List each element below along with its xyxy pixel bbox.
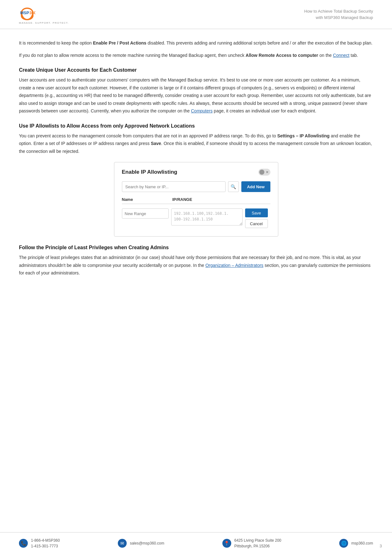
toggle-circle xyxy=(259,170,264,175)
org-admin-link[interactable]: Organization – Administrators xyxy=(205,263,263,268)
logo: MSP 360 xyxy=(19,7,35,21)
section1-heading: Create Unique User Accounts for Each Cus… xyxy=(19,67,373,73)
header-title-line1: How to Achieve Total Backup Security xyxy=(304,8,373,15)
phone2: 1-415-301-7773 xyxy=(31,543,60,549)
para1: It is recommended to keep the option Ena… xyxy=(19,39,373,47)
para2-mid: on the xyxy=(318,53,333,58)
allowlist-header: Enable IP Allowlisting ✕ xyxy=(122,169,270,176)
computers-link[interactable]: Computers xyxy=(191,108,212,113)
page: MSP 360 MANAGE. SUPPORT. PROTECT. How to… xyxy=(0,0,392,554)
header-title-line2: with MSP360 Managed Backup xyxy=(304,15,373,21)
col-name-header: Name xyxy=(122,197,172,202)
svg-text:360: 360 xyxy=(29,10,35,15)
footer-address-text: 6425 Living Place Suite 200 Pittsburgh, … xyxy=(234,538,281,549)
toggle-x-icon: ✕ xyxy=(266,170,268,174)
section1-body: User accounts are used to authenticate y… xyxy=(19,76,373,115)
search-icon-wrap[interactable]: 🔍 xyxy=(228,181,239,192)
footer-address: 📍 6425 Living Place Suite 200 Pittsburgh… xyxy=(222,538,281,549)
col-ip-header: IP/RANGE xyxy=(172,197,242,202)
page-number: 3 xyxy=(380,544,382,548)
logo-area: MSP 360 MANAGE. SUPPORT. PROTECT. xyxy=(19,7,69,24)
ip-range-field[interactable]: 192.168.1.100,192.168.1. 100-192.168.1.1… xyxy=(171,208,243,226)
toggle-button[interactable]: ✕ xyxy=(258,169,270,176)
footer-phone-text: 1-866-4-MSP360 1-415-301-7773 xyxy=(31,538,60,549)
location-icon: 📍 xyxy=(222,539,231,548)
para1-bold: Enable Pre / Post Actions xyxy=(93,40,146,45)
search-row: 🔍 Add New xyxy=(122,181,270,192)
section2-bold2: Save xyxy=(151,141,161,146)
content: It is recommended to keep the option Ena… xyxy=(0,29,392,532)
address-line1: 6425 Living Place Suite 200 xyxy=(234,538,281,543)
section2-heading: Use IP Allowlists to Allow Access from o… xyxy=(19,123,373,129)
allowlist-box: Enable IP Allowlisting ✕ 🔍 Add New Name … xyxy=(114,162,278,237)
col-actions-header xyxy=(242,197,270,202)
section2-pre: You can prevent access to the management… xyxy=(19,133,277,138)
header: MSP 360 MANAGE. SUPPORT. PROTECT. How to… xyxy=(0,0,392,29)
para2-end: tab. xyxy=(349,53,358,58)
logo-icon: MSP 360 xyxy=(19,7,35,21)
footer-website-text: msp360.com xyxy=(351,540,373,546)
connect-link[interactable]: Connect xyxy=(333,53,349,58)
allowlist-title: Enable IP Allowlisting xyxy=(122,169,178,175)
phone-icon: 📞 xyxy=(19,539,28,548)
logo-tagline: MANAGE. SUPPORT. PROTECT. xyxy=(19,21,69,24)
para2: If you do not plan to allow remote acces… xyxy=(19,51,373,59)
header-title: How to Achieve Total Backup Security wit… xyxy=(304,8,373,21)
row-actions: Save Cancel xyxy=(245,208,270,228)
footer-email: ✉ sales@msp360.com xyxy=(118,539,164,548)
search-input[interactable] xyxy=(122,181,226,192)
para1-rest: disabled. This prevents adding and runni… xyxy=(146,40,372,45)
para1-pre: It is recommended to keep the option xyxy=(19,40,93,45)
cancel-button[interactable]: Cancel xyxy=(245,219,268,228)
section3-heading: Follow the Principle of Least Privileges… xyxy=(19,245,373,250)
table-row: 192.168.1.100,192.168.1. 100-192.168.1.1… xyxy=(122,207,270,230)
search-icon: 🔍 xyxy=(231,184,236,189)
para2-pre: If you do not plan to allow remote acces… xyxy=(19,53,246,58)
table-header: Name IP/RANGE xyxy=(122,197,270,204)
section2-body: You can prevent access to the management… xyxy=(19,132,373,155)
add-new-button[interactable]: Add New xyxy=(241,181,270,192)
footer-phone: 📞 1-866-4-MSP360 1-415-301-7773 xyxy=(19,538,60,549)
svg-text:MSP: MSP xyxy=(20,10,29,15)
globe-icon: 🌐 xyxy=(339,539,348,548)
footer-website: 🌐 msp360.com xyxy=(339,539,373,548)
save-button[interactable]: Save xyxy=(245,208,268,217)
footer-email-text: sales@msp360.com xyxy=(130,540,164,546)
email-icon: ✉ xyxy=(118,539,127,548)
section1-text: User accounts are used to authenticate y… xyxy=(19,77,371,113)
section2-bold1: Settings – IP Allowlisting xyxy=(277,133,330,138)
section3-body: The principle of least privileges states… xyxy=(19,254,373,277)
address-line2: Pittsburgh, PA 15206 xyxy=(234,543,281,549)
section1-end: page, it creates an individual user for … xyxy=(213,108,316,113)
phone1: 1-866-4-MSP360 xyxy=(31,538,60,543)
name-field[interactable] xyxy=(122,208,169,219)
footer: 📞 1-866-4-MSP360 1-415-301-7773 ✉ sales@… xyxy=(0,532,392,554)
para2-bold: Allow Remote Access to computer xyxy=(246,53,318,58)
